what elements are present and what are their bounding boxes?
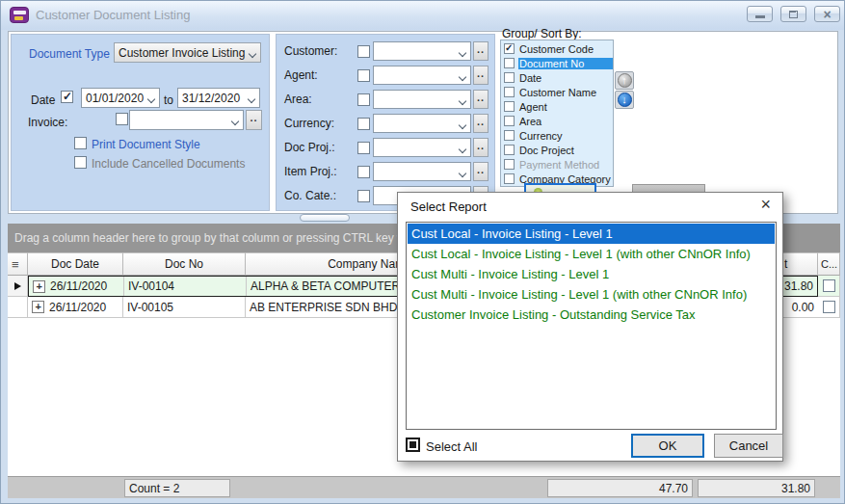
group-sort-item-document-no[interactable]: Document No [501, 56, 613, 70]
cancel-button[interactable]: Cancel [714, 434, 783, 458]
invoice-label: Invoice: [28, 116, 67, 129]
column-header-doc-date[interactable]: Doc Date [28, 252, 123, 276]
item-proj-checkbox[interactable] [357, 166, 370, 178]
select-all-checkbox[interactable] [406, 438, 420, 452]
grid-footer: Count = 2 47.70 31.80 [8, 476, 840, 498]
date-checkbox[interactable] [61, 91, 73, 103]
checkbox-icon[interactable] [504, 87, 515, 97]
include-cancelled-checkbox[interactable] [74, 156, 87, 169]
app-window: Customer Document Listing × Document Typ… [0, 0, 845, 504]
checkbox-icon[interactable] [504, 145, 515, 155]
co-cate-checkbox[interactable] [357, 190, 370, 202]
item-proj-select[interactable] [373, 162, 471, 181]
checkbox-icon[interactable] [504, 58, 515, 68]
expand-row-icon[interactable] [32, 301, 44, 313]
group-sort-label: Group/ Sort By: [502, 27, 582, 40]
customer-filter-row: Customer: .. [284, 41, 489, 61]
customer-browse-button[interactable]: .. [473, 41, 489, 61]
dialog-close-icon[interactable]: × [760, 196, 771, 213]
window-title: Customer Document Listing [36, 8, 190, 22]
report-list-item[interactable]: Cust Multi - Invoice Listing - Level 1 (… [408, 284, 775, 305]
date-to-label: to [164, 93, 173, 107]
invoice-checkbox[interactable] [116, 113, 128, 125]
currency-browse-button[interactable]: .. [473, 114, 489, 133]
report-list-item[interactable]: Cust Local - Invoice Listing - Level 1 (… [408, 244, 775, 264]
group-sort-item-agent[interactable]: Agent [501, 99, 613, 114]
report-list-item[interactable]: Customer Invoice Listing - Outstanding S… [408, 305, 775, 325]
doc-proj-select[interactable] [373, 138, 471, 157]
group-sort-item-currency[interactable]: Currency [501, 128, 613, 143]
item-proj-browse-button[interactable]: .. [473, 162, 489, 181]
row-checkbox-cell [818, 297, 840, 318]
selector-panel: Customer: .. Agent: .. Area: .. [276, 34, 495, 211]
area-label: Area: [284, 93, 357, 106]
restore-icon [789, 11, 798, 18]
column-header-doc-no[interactable]: Doc No [123, 252, 246, 276]
customer-checkbox[interactable] [357, 45, 370, 58]
agent-browse-button[interactable]: .. [473, 66, 489, 85]
doc-proj-browse-button[interactable]: .. [473, 138, 489, 157]
group-sort-item-date[interactable]: Date [501, 70, 613, 85]
date-label: Date [31, 93, 55, 107]
checkbox-icon[interactable] [504, 43, 515, 54]
document-type-label: Document Type : [29, 47, 117, 61]
select-report-dialog: Select Report × Cust Local - Invoice Lis… [397, 192, 783, 462]
move-down-button[interactable]: ↓ [615, 91, 634, 109]
close-button[interactable]: × [814, 6, 840, 22]
column-header-checkbox[interactable]: C... [818, 252, 840, 276]
restore-button[interactable] [780, 6, 806, 22]
report-list: Cust Local - Invoice Listing - Level 1 C… [406, 222, 777, 430]
splitter-handle[interactable] [300, 214, 350, 222]
agent-checkbox[interactable] [357, 69, 370, 82]
area-select[interactable] [373, 90, 471, 109]
checkbox-icon[interactable] [504, 173, 515, 184]
date-from-select[interactable]: 01/01/2020 [81, 88, 160, 108]
checkbox-icon[interactable] [504, 130, 515, 141]
print-document-style-checkbox[interactable] [74, 137, 87, 149]
document-type-select[interactable]: Customer Invoice Listing [114, 42, 261, 63]
invoice-select[interactable] [129, 110, 244, 130]
checkbox-icon[interactable] [504, 72, 515, 83]
currency-select[interactable] [373, 114, 471, 133]
group-sort-item-doc-project[interactable]: Doc Project [501, 143, 613, 157]
row-checkbox-cell [818, 276, 840, 297]
group-sort-item-area[interactable]: Area [501, 114, 613, 128]
area-checkbox[interactable] [357, 93, 370, 106]
group-sort-item-customer-name[interactable]: Customer Name [501, 85, 613, 99]
item-proj-filter-row: Item Proj.: .. [284, 162, 489, 181]
chevron-down-icon [459, 49, 466, 57]
row-checkbox[interactable] [823, 301, 835, 313]
report-list-item[interactable]: Cust Multi - Invoice Listing - Level 1 [408, 264, 775, 284]
customer-label: Customer: [284, 44, 357, 58]
doc-proj-checkbox[interactable] [357, 142, 370, 154]
area-filter-row: Area: .. [284, 90, 489, 109]
footer-count: Count = 2 [124, 479, 230, 497]
currency-label: Currency: [284, 117, 357, 130]
chevron-down-icon [459, 73, 466, 81]
checkbox-icon[interactable] [504, 116, 515, 126]
column-chooser-icon[interactable] [8, 252, 28, 276]
row-checkbox[interactable] [823, 279, 835, 292]
minimize-button[interactable] [747, 6, 773, 22]
row-indicator [8, 276, 28, 297]
select-all-label: Select All [426, 439, 477, 454]
invoice-browse-button[interactable]: .. [246, 110, 262, 130]
customer-select[interactable] [373, 41, 471, 61]
ok-button[interactable]: OK [631, 434, 704, 458]
checkbox-icon[interactable] [504, 101, 515, 112]
checkbox-icon [504, 159, 515, 170]
app-logo-icon [10, 7, 29, 23]
currency-checkbox[interactable] [357, 118, 370, 130]
date-to-select[interactable]: 31/12/2020 [177, 88, 260, 108]
title-bar: Customer Document Listing × [1, 1, 845, 30]
move-up-button[interactable]: ↑ [615, 71, 634, 90]
doc-proj-label: Doc Proj.: [284, 141, 357, 154]
report-list-item[interactable]: Cust Local - Invoice Listing - Level 1 [408, 224, 775, 244]
footer-subtotal: 47.70 [547, 479, 693, 497]
group-sort-item-payment-method: Payment Method [501, 157, 613, 172]
agent-select[interactable] [373, 66, 471, 85]
doc-proj-filter-row: Doc Proj.: .. [284, 138, 489, 157]
expand-row-icon[interactable] [33, 280, 45, 293]
group-sort-item-customer-code[interactable]: Customer Code [501, 41, 613, 56]
area-browse-button[interactable]: .. [473, 90, 489, 109]
